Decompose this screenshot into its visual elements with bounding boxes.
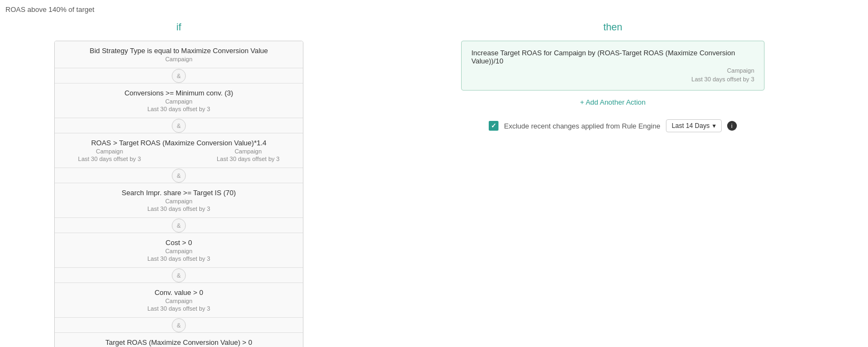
if-section: if Bid Strategy Type is equal to Maximiz… [0, 22, 358, 347]
condition-row: Search Impr. share >= Target IS (70) Cam… [55, 183, 303, 218]
add-action-button[interactable]: + Add Another Action [580, 98, 645, 106]
condition-row: ROAS > Target ROAS (Maximize Conversion … [55, 133, 303, 168]
and-separator-4: & [55, 218, 303, 233]
and-badge: & [172, 268, 186, 282]
exclude-checkbox[interactable] [489, 121, 498, 131]
condition-sub: Campaign [63, 298, 294, 304]
condition-sub2: Last 30 days offset by 3 [63, 255, 294, 262]
action-sub2: Last 30 days offset by 3 [471, 76, 754, 82]
condition-row: Conversions >= Minimum conv. (3) Campaig… [55, 83, 303, 118]
condition-sub-left1: Campaign [78, 148, 141, 155]
condition-sub: Campaign [63, 248, 294, 254]
action-main: Increase Target ROAS for Campaign by (RO… [471, 49, 754, 65]
condition-sub: Campaign [63, 98, 294, 105]
days-dropdown-label: Last 14 Days [672, 122, 710, 130]
action-box: Increase Target ROAS for Campaign by (RO… [461, 41, 765, 91]
if-header: if [177, 22, 182, 33]
and-separator-3: & [55, 168, 303, 183]
condition-sub2: Last 30 days offset by 3 [63, 305, 294, 312]
and-badge: & [172, 69, 186, 83]
and-badge: & [172, 119, 186, 133]
then-header: then [603, 22, 622, 33]
condition-row: Target ROAS (Maximize Conversion Value) … [55, 333, 303, 347]
exclude-row: Exclude recent changes applied from Rule… [489, 119, 736, 132]
conditions-box: Bid Strategy Type is equal to Maximize C… [54, 41, 303, 347]
days-dropdown[interactable]: Last 14 Days ▾ [666, 119, 722, 132]
condition-row: Bid Strategy Type is equal to Maximize C… [55, 41, 303, 68]
exclude-label: Exclude recent changes applied from Rule… [504, 122, 660, 130]
and-separator-5: & [55, 268, 303, 283]
condition-sub: Campaign [63, 56, 294, 62]
and-badge: & [172, 219, 186, 233]
condition-row: Cost > 0 Campaign Last 30 days offset by… [55, 233, 303, 268]
then-section: then Increase Target ROAS for Campaign b… [358, 22, 868, 347]
condition-main: ROAS > Target ROAS (Maximize Conversion … [63, 139, 294, 147]
and-badge: & [172, 318, 186, 332]
and-badge: & [172, 169, 186, 183]
info-icon[interactable]: i [727, 121, 737, 131]
and-separator-1: & [55, 68, 303, 83]
action-sub1: Campaign [471, 67, 754, 74]
condition-sub-left2: Last 30 days offset by 3 [78, 156, 141, 162]
condition-main: Bid Strategy Type is equal to Maximize C… [63, 47, 294, 55]
and-separator-6: & [55, 318, 303, 333]
condition-sub2: Last 30 days offset by 3 [63, 205, 294, 212]
and-separator-2: & [55, 118, 303, 133]
condition-main: Conv. value > 0 [63, 288, 294, 297]
condition-main: Search Impr. share >= Target IS (70) [63, 189, 294, 197]
condition-sub-right2: Last 30 days offset by 3 [217, 156, 280, 162]
condition-main: Target ROAS (Maximize Conversion Value) … [63, 338, 294, 346]
condition-main: Conversions >= Minimum conv. (3) [63, 89, 294, 97]
condition-sub: Campaign [63, 198, 294, 204]
condition-row: Conv. value > 0 Campaign Last 30 days of… [55, 283, 303, 318]
condition-sub2: Last 30 days offset by 3 [63, 106, 294, 112]
condition-main: Cost > 0 [63, 239, 294, 247]
chevron-down-icon: ▾ [712, 122, 716, 130]
condition-sub-right1: Campaign [217, 148, 280, 155]
page-title: ROAS above 140% of target [5, 5, 94, 14]
